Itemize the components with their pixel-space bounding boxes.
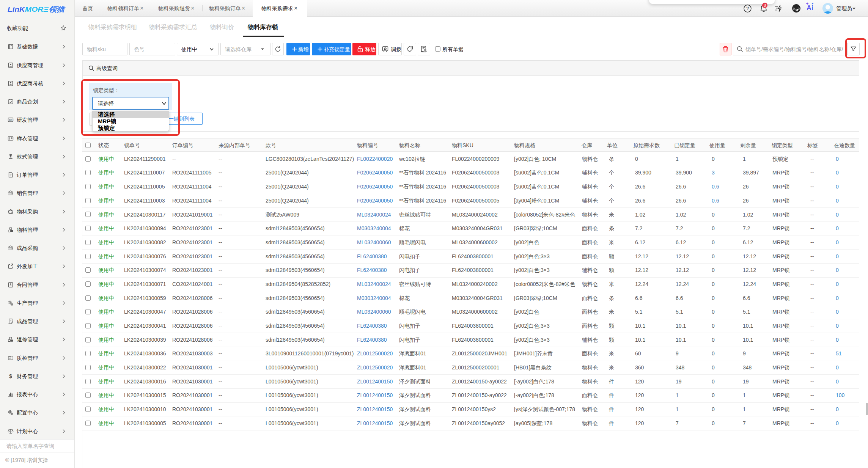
svg-text:?: ? bbox=[746, 6, 749, 11]
svg-text:CC: CC bbox=[9, 119, 13, 121]
svg-text:$: $ bbox=[9, 373, 12, 379]
